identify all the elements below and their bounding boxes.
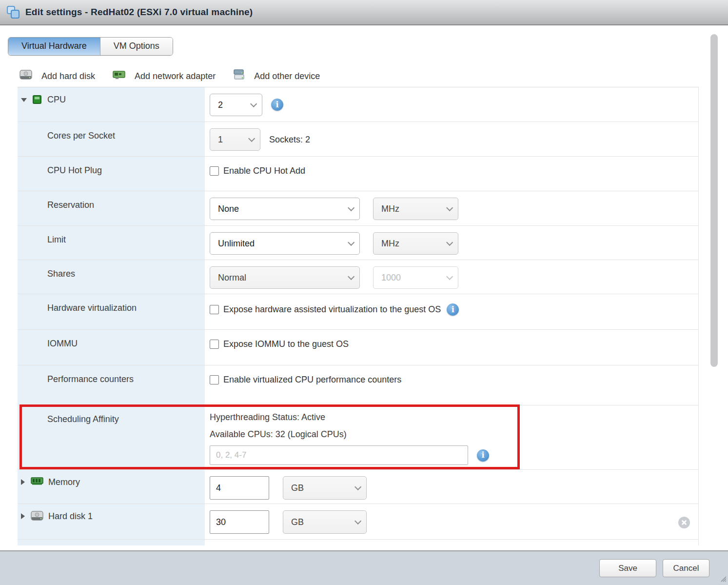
row-label: CPU Hot Plug <box>18 157 205 191</box>
cores-per-socket-select[interactable]: 1 <box>210 128 260 151</box>
chevron-down-icon <box>348 204 354 211</box>
expand-expander-icon[interactable] <box>21 513 25 519</box>
iommu-checkbox[interactable] <box>210 340 219 349</box>
other-device-icon <box>233 69 245 82</box>
cores-per-socket-value: 1 <box>218 135 223 145</box>
hard-disk-unit-value: GB <box>291 517 304 527</box>
tab-vm-options[interactable]: VM Options <box>100 38 173 55</box>
hard-disk-icon <box>20 70 32 81</box>
chevron-down-icon <box>446 204 453 211</box>
row-memory: Memory GB <box>18 470 698 504</box>
limit-select[interactable]: Unlimited <box>210 232 360 255</box>
memory-unit-select[interactable]: GB <box>283 476 367 500</box>
row-partial-value-cell <box>205 540 698 545</box>
row-cpu-value-cell: 2 <box>205 87 698 121</box>
row-hard-disk-1: Hard disk 1 GB <box>18 504 698 540</box>
row-hardware-virtualization: Hardware virtualization Expose hardware … <box>18 294 698 330</box>
scheduling-affinity-input[interactable] <box>210 445 468 465</box>
row-harddisk-value-cell: GB <box>205 504 698 539</box>
row-shares: Shares Normal 1000 <box>18 260 698 294</box>
save-button[interactable]: Save <box>599 559 656 577</box>
row-hotplug-value-cell: Enable CPU Hot Add <box>205 157 698 191</box>
hwvirt-checkbox[interactable] <box>210 305 219 314</box>
cpu-info-icon[interactable] <box>271 99 283 111</box>
reservation-unit-select[interactable]: MHz <box>373 198 458 220</box>
row-reservation-value-cell: None MHz <box>205 191 698 225</box>
row-limit-value-cell: Unlimited MHz <box>205 226 698 260</box>
affinity-info-icon[interactable] <box>477 449 489 462</box>
memory-size-input[interactable] <box>210 476 269 500</box>
cpu-count-value: 2 <box>218 100 223 110</box>
shares-amount-value: 1000 <box>381 273 401 283</box>
row-scheduling-affinity: Scheduling Affinity Hyperthreading Statu… <box>18 405 698 470</box>
chevron-down-icon <box>348 273 354 280</box>
row-label: Limit <box>18 226 205 260</box>
add-network-adapter-button[interactable]: Add network adapter <box>113 70 216 82</box>
add-other-device-button[interactable]: Add other device <box>233 69 320 83</box>
chevron-down-icon <box>446 273 453 280</box>
add-hard-disk-button[interactable]: Add hard disk <box>20 70 95 82</box>
collapse-expander-icon[interactable] <box>21 98 27 102</box>
reservation-select[interactable]: None <box>210 198 360 220</box>
hard-disk-size-input[interactable] <box>210 510 269 534</box>
resize-grip-icon[interactable] <box>720 575 727 584</box>
chevron-down-icon <box>446 239 453 246</box>
hwvirt-info-icon[interactable] <box>447 303 459 316</box>
row-hwvirt-value-cell: Expose hardware assisted virtualization … <box>205 294 698 329</box>
limit-value: Unlimited <box>218 239 255 249</box>
row-label: Cores per Socket <box>18 122 205 156</box>
limit-unit-value: MHz <box>381 239 399 249</box>
tab-virtual-hardware[interactable]: Virtual Hardware <box>8 38 100 55</box>
row-performance-counters: Performance counters Enable virtualized … <box>18 365 698 405</box>
row-label: Memory <box>48 477 80 487</box>
row-label: Shares <box>18 260 205 294</box>
row-label: CPU <box>47 95 66 105</box>
memory-unit-value: GB <box>291 483 304 493</box>
chevron-down-icon <box>250 101 257 107</box>
chevron-down-icon <box>354 484 361 490</box>
row-label: Scheduling Affinity <box>18 405 205 469</box>
available-cpus-text: Available CPUs: 32 (Logical CPUs) <box>210 429 489 440</box>
cancel-button[interactable]: Cancel <box>663 559 709 577</box>
hwvirt-checkrow: Expose hardware assisted virtualization … <box>210 301 459 316</box>
shares-amount-select: 1000 <box>373 266 458 289</box>
reservation-value: None <box>218 204 239 214</box>
row-label: Hardware virtualization <box>18 294 205 329</box>
cpu-hot-add-checkbox[interactable] <box>210 166 219 176</box>
hard-disk-unit-select[interactable]: GB <box>283 510 367 534</box>
row-perf-value-cell: Enable virtualized CPU performance count… <box>205 365 698 405</box>
scrollbar-thumb[interactable] <box>710 34 718 367</box>
row-partial-next-device <box>18 540 698 545</box>
toolbar: Add hard disk Add network adapter <box>20 68 320 84</box>
remove-hard-disk-icon[interactable] <box>678 517 690 528</box>
vm-window-icon <box>6 5 20 20</box>
expand-expander-icon[interactable] <box>21 479 25 485</box>
shares-value: Normal <box>218 273 246 283</box>
reservation-unit-value: MHz <box>381 204 399 214</box>
row-iommu-value-cell: Expose IOMMU to the guest OS <box>205 330 698 365</box>
add-other-device-label: Add other device <box>254 71 320 81</box>
row-label: Reservation <box>18 191 205 225</box>
tab-bar: Virtual Hardware VM Options <box>8 37 173 56</box>
chevron-down-icon <box>354 518 361 524</box>
row-iommu: IOMMU Expose IOMMU to the guest OS <box>18 330 698 365</box>
chevron-down-icon <box>248 135 255 142</box>
row-memory-value-cell: GB <box>205 470 698 504</box>
row-limit: Limit Unlimited MHz <box>18 226 698 260</box>
cpu-count-select[interactable]: 2 <box>210 94 262 116</box>
add-hard-disk-label: Add hard disk <box>41 71 95 81</box>
affinity-input-row <box>210 445 489 465</box>
cpu-icon <box>32 94 42 107</box>
row-shares-value-cell: Normal 1000 <box>205 260 698 294</box>
perf-counters-checkbox[interactable] <box>210 375 219 384</box>
row-label: Hard disk 1 <box>48 511 93 522</box>
row-label: Performance counters <box>18 365 205 405</box>
row-cpu-hot-plug: CPU Hot Plug Enable CPU Hot Add <box>18 157 698 191</box>
shares-select[interactable]: Normal <box>210 266 360 289</box>
row-cores-value-cell: 1 Sockets: 2 <box>205 122 698 156</box>
limit-unit-select[interactable]: MHz <box>373 232 458 255</box>
iommu-checkrow: Expose IOMMU to the guest OS <box>210 336 349 349</box>
dialog-titlebar: Edit settings - RedHat02 (ESXi 7.0 virtu… <box>0 0 728 25</box>
row-memory-label-cell: Memory <box>18 470 205 504</box>
dialog-title: Edit settings - RedHat02 (ESXi 7.0 virtu… <box>25 7 253 18</box>
